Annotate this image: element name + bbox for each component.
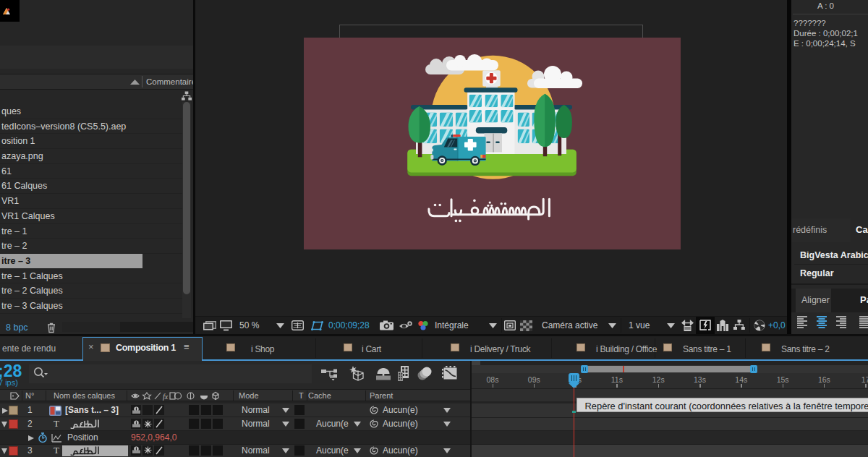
svg-text:fx: fx xyxy=(163,393,169,401)
